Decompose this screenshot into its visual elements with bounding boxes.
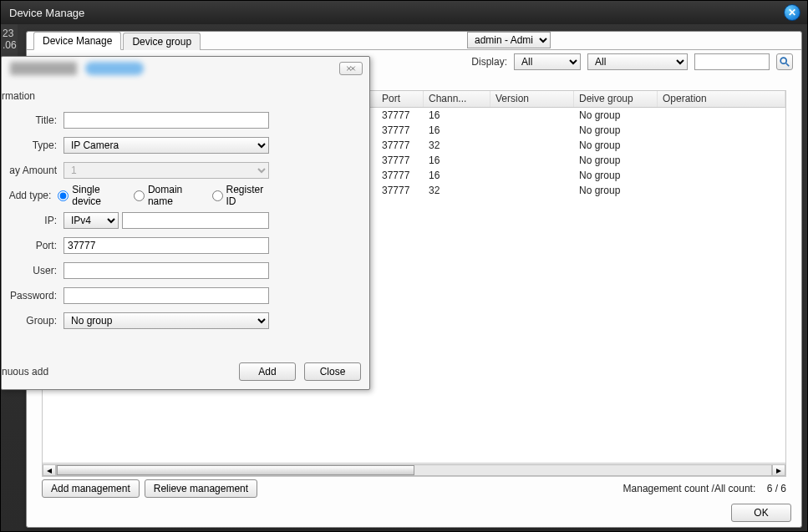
col-version[interactable]: Version <box>490 91 574 107</box>
cell-group: No group <box>574 108 658 123</box>
ok-row: OK <box>731 504 791 522</box>
search-input[interactable] <box>694 53 770 70</box>
cell-version <box>490 183 574 198</box>
dialog-close-icon[interactable] <box>339 62 363 75</box>
cell-channel: 16 <box>424 168 490 183</box>
cell-port: 37777 <box>377 168 424 183</box>
cell-group: No group <box>574 138 658 153</box>
device-manage-window: Device Manage ✕ 23 .06 Device Manage Dev… <box>0 0 808 532</box>
label-group: Group: <box>2 315 64 327</box>
device-form: Title: Type: IP Camera ay Amount 1 Add t… <box>2 109 269 334</box>
cell-operation <box>658 138 785 153</box>
add-button[interactable]: Add <box>239 362 296 381</box>
cell-version <box>490 168 574 183</box>
add-management-button[interactable]: Add management <box>42 479 140 498</box>
section-title: rmation <box>2 90 35 102</box>
tab-device-manage[interactable]: Device Manage <box>33 32 121 50</box>
cell-operation <box>658 183 785 198</box>
cell-version <box>490 153 574 168</box>
cell-version <box>490 123 574 138</box>
label-user: User: <box>2 265 64 276</box>
col-operation[interactable]: Operation <box>658 91 785 107</box>
radio-register-id[interactable]: Register ID <box>212 184 270 207</box>
radio-single-device[interactable]: Single device <box>58 184 124 207</box>
scroll-right-icon[interactable]: ▸ <box>772 464 785 476</box>
label-port: Port: <box>2 240 64 251</box>
titlebar: Device Manage ✕ <box>1 1 807 24</box>
title-input[interactable] <box>64 112 269 129</box>
ok-button[interactable]: OK <box>731 504 791 522</box>
cell-port: 37777 <box>377 153 424 168</box>
scroll-left-icon[interactable]: ◂ <box>43 464 56 476</box>
cell-operation <box>658 168 785 183</box>
cell-port: 37777 <box>377 138 424 153</box>
cell-group: No group <box>574 183 658 198</box>
cell-operation <box>658 153 785 168</box>
ip-input[interactable] <box>122 212 269 229</box>
display-label: Display: <box>471 56 507 68</box>
label-add-type: Add type: <box>2 190 58 201</box>
cell-operation <box>658 108 785 123</box>
cell-channel: 16 <box>424 123 490 138</box>
cell-group: No group <box>574 153 658 168</box>
cell-operation <box>658 123 785 138</box>
dialog-footer: Add Close <box>239 362 361 381</box>
management-count-label: Management count /All count: 6 / 6 <box>623 483 786 494</box>
col-device-group[interactable]: Deive group <box>574 91 658 107</box>
cell-channel: 16 <box>424 153 490 168</box>
scroll-track[interactable] <box>56 464 772 476</box>
cell-group: No group <box>574 168 658 183</box>
cell-channel: 16 <box>424 108 490 123</box>
cell-channel: 32 <box>424 183 490 198</box>
relieve-management-button[interactable]: Relieve management <box>145 479 257 498</box>
continuous-add-label: nuous add <box>2 366 48 377</box>
search-icon[interactable] <box>776 53 793 70</box>
close-button[interactable]: Close <box>304 362 361 381</box>
horizontal-scrollbar[interactable]: ◂ ▸ <box>43 463 785 476</box>
label-type: Type: <box>2 139 64 151</box>
scroll-thumb[interactable] <box>57 465 414 475</box>
add-type-radios: Single device Domain name Register ID <box>58 184 269 207</box>
svg-point-0 <box>780 58 786 63</box>
dialog-header-blur <box>10 62 177 79</box>
cell-group: No group <box>574 123 658 138</box>
col-port[interactable]: Port <box>377 91 424 107</box>
svg-line-1 <box>786 63 790 67</box>
tabs-row: Device Manage Device group admin - Admin <box>27 32 801 50</box>
left-strip: 23 .06 <box>1 24 18 58</box>
add-device-dialog: rmation Title: Type: IP Camera ay Amount… <box>1 56 370 390</box>
cell-port: 37777 <box>377 108 424 123</box>
cell-port: 37777 <box>377 123 424 138</box>
password-input[interactable] <box>64 287 269 304</box>
radio-domain-name[interactable]: Domain name <box>134 184 202 207</box>
label-password: Password: <box>2 290 64 301</box>
cell-channel: 32 <box>424 138 490 153</box>
cell-version <box>490 108 574 123</box>
tab-device-group[interactable]: Device group <box>123 33 201 50</box>
display-filter-2[interactable]: All <box>587 53 688 70</box>
cell-version <box>490 138 574 153</box>
type-select[interactable]: IP Camera <box>64 137 269 154</box>
management-count-value: 6 / 6 <box>767 483 786 494</box>
label-title: Title: <box>2 114 64 126</box>
label-ip: IP: <box>2 215 64 226</box>
window-title: Device Manage <box>9 7 84 19</box>
strip-line2: .06 <box>3 39 16 51</box>
label-amount: ay Amount <box>2 165 64 176</box>
strip-line1: 23 <box>3 28 16 39</box>
user-select[interactable]: admin - Admin <box>467 32 551 48</box>
amount-select: 1 <box>64 162 269 179</box>
group-select[interactable]: No group <box>64 312 269 329</box>
ip-version-select[interactable]: IPv4 <box>64 212 119 229</box>
bottom-row: Add management Relieve management Manage… <box>42 479 786 499</box>
close-icon[interactable]: ✕ <box>784 4 800 21</box>
port-input[interactable] <box>64 237 269 254</box>
display-filter-1[interactable]: All <box>514 53 581 70</box>
user-input[interactable] <box>64 262 269 279</box>
col-channel[interactable]: Chann... <box>424 91 490 107</box>
cell-port: 37777 <box>377 183 424 198</box>
